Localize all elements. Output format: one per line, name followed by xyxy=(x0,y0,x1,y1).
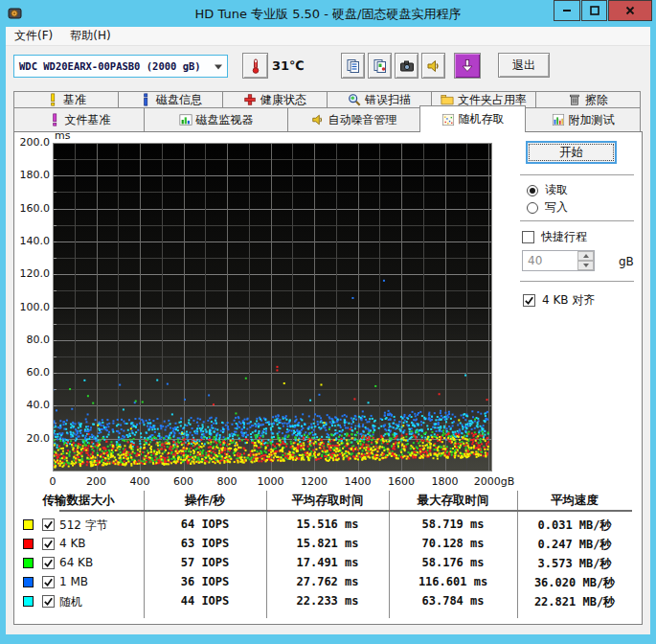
table-cell-avg_access: 15.516 ms xyxy=(266,518,389,531)
copy-image-button[interactable] xyxy=(368,53,392,79)
chevron-down-icon xyxy=(210,62,227,71)
spin-up-button[interactable] xyxy=(577,251,594,261)
table-cell-max_access: 116.601 ms xyxy=(389,575,517,588)
tab-3-row2[interactable]: 自动噪音管理 xyxy=(287,107,420,132)
table-cell-avg_speed: 0.031 MB/秒 xyxy=(517,518,632,534)
minimize-button[interactable] xyxy=(554,0,580,21)
aam-icon xyxy=(311,113,325,126)
menu-file[interactable]: 文件(F) xyxy=(6,26,61,46)
tab-label: 自动噪音管理 xyxy=(328,112,397,128)
minimize-icon xyxy=(562,6,572,15)
error-scan-icon xyxy=(348,93,361,106)
short-stroke-value: 40 xyxy=(523,254,577,267)
tab-1-row1[interactable]: 基准 xyxy=(13,91,119,108)
menu-bar: 文件(F) 帮助(H) xyxy=(6,27,650,46)
table-cell-iops: 64 IOPS xyxy=(144,518,266,531)
align-4kb-checkbox[interactable]: 4 KB 对齐 xyxy=(523,292,595,309)
tab-label: 磁盘监视器 xyxy=(196,112,254,128)
temperature-readout: 31℃ xyxy=(272,58,305,73)
short-stroke-label: 快捷行程 xyxy=(541,229,587,245)
separator xyxy=(520,281,634,283)
tab-label: 文件基准 xyxy=(65,112,111,128)
table-cell-avg_speed: 22.821 MB/秒 xyxy=(517,594,632,610)
disk-monitor-icon xyxy=(179,113,192,126)
y-axis-unit-label: ms xyxy=(55,129,70,142)
sound-button[interactable] xyxy=(421,53,445,79)
short-stroke-checkbox[interactable]: 快捷行程 xyxy=(522,229,587,245)
menu-help[interactable]: 帮助(H) xyxy=(61,26,119,46)
series-label: 4 KB xyxy=(59,537,86,550)
thermometer-icon xyxy=(248,58,263,74)
x-axis-tick-label: 2000gB xyxy=(464,475,525,488)
tab-label: 随机存取 xyxy=(459,111,505,127)
screenshot-button[interactable] xyxy=(395,53,418,79)
table-cell-avg_speed: 3.573 MB/秒 xyxy=(517,556,632,572)
y-axis-tick-label: 160.0 xyxy=(10,202,50,215)
series-checkbox[interactable] xyxy=(42,518,55,531)
y-axis-tick-label: 100.0 xyxy=(10,301,50,313)
exit-button[interactable]: 退出 xyxy=(498,53,550,78)
y-axis-tick-label: 60.0 xyxy=(10,366,50,379)
write-radio[interactable]: 写入 xyxy=(527,199,568,216)
spin-down-button[interactable] xyxy=(577,261,594,270)
table-cell-max_access: 70.128 ms xyxy=(389,537,517,550)
read-radio[interactable]: 读取 xyxy=(527,182,568,198)
tab-5-row2[interactable]: 附加测试 xyxy=(525,107,641,132)
start-button[interactable]: 开始 xyxy=(526,141,617,164)
y-axis-tick-label: 180.0 xyxy=(10,169,50,181)
table-header-1: 传输数据大小 xyxy=(13,493,144,509)
series-color-swatch xyxy=(23,596,34,607)
y-axis-tick-label: 200.0 xyxy=(10,136,50,149)
table-cell-max_access: 58.719 ms xyxy=(389,518,517,531)
table-cell-avg_access: 27.762 ms xyxy=(266,575,389,588)
maximize-icon xyxy=(590,6,599,15)
tab-6-row1[interactable]: 擦除 xyxy=(535,91,641,108)
table-cell-iops: 57 IOPS xyxy=(144,556,266,569)
drive-select[interactable]: WDC WD20EARX-00PASB0 (2000 gB) xyxy=(13,55,228,78)
series-color-swatch xyxy=(23,519,34,530)
write-radio-label: 写入 xyxy=(545,199,568,216)
checkbox-unchecked-icon xyxy=(522,231,534,243)
series-checkbox[interactable] xyxy=(42,538,55,550)
file-benchmark-icon xyxy=(48,113,61,126)
random-access-chart xyxy=(53,143,492,472)
tab-2-row1[interactable]: 磁盘信息 xyxy=(118,91,223,108)
tab-1-row2[interactable]: 文件基准 xyxy=(13,107,145,132)
extra-tests-icon xyxy=(552,113,565,126)
save-button[interactable] xyxy=(454,53,481,79)
short-stroke-capacity-input[interactable]: 40 xyxy=(522,250,595,271)
tab-2-row2[interactable]: 磁盘监视器 xyxy=(144,107,288,132)
table-cell-avg_access: 17.491 ms xyxy=(266,556,389,569)
y-axis-tick-label: 80.0 xyxy=(10,334,50,346)
folder-usage-icon xyxy=(441,93,454,106)
align-4kb-label: 4 KB 对齐 xyxy=(542,292,595,309)
table-cell-iops: 44 IOPS xyxy=(144,594,266,608)
series-color-swatch xyxy=(23,577,34,587)
series-checkbox[interactable] xyxy=(42,576,55,588)
download-icon xyxy=(460,58,475,74)
close-button[interactable] xyxy=(608,0,652,21)
hdtune-window: HD Tune 专业版 5.50 - 硬盘/固态硬盘实用程序 文件(F) 帮助(… xyxy=(0,0,656,644)
copy-text-button[interactable] xyxy=(341,53,365,79)
tab-label: 健康状态 xyxy=(260,92,306,108)
temperature-button[interactable] xyxy=(242,53,268,79)
series-checkbox[interactable] xyxy=(42,595,55,608)
series-label: 1 MB xyxy=(59,575,88,588)
tab-4-row2[interactable]: 随机存取 xyxy=(419,105,526,132)
table-cell-avg_speed: 36.020 MB/秒 xyxy=(517,575,632,591)
exit-button-label: 退出 xyxy=(512,58,535,74)
table-cell-avg_access: 22.233 ms xyxy=(266,594,389,608)
tab-3-row1[interactable]: 健康状态 xyxy=(222,91,328,108)
table-cell-avg_access: 15.821 ms xyxy=(266,537,389,550)
separator xyxy=(520,220,634,222)
table-header-4: 最大存取时间 xyxy=(389,493,517,509)
series-color-swatch xyxy=(23,539,34,549)
table-header-5: 平均速度 xyxy=(517,493,632,509)
y-axis-tick-label: 20.0 xyxy=(10,432,50,445)
table-cell-max_access: 63.784 ms xyxy=(389,594,517,608)
tab-label: 错误扫描 xyxy=(365,92,411,108)
tab-4-row1[interactable]: 错误扫描 xyxy=(327,91,432,108)
series-checkbox[interactable] xyxy=(42,557,55,569)
maximize-button[interactable] xyxy=(581,0,607,21)
health-icon xyxy=(243,93,257,106)
